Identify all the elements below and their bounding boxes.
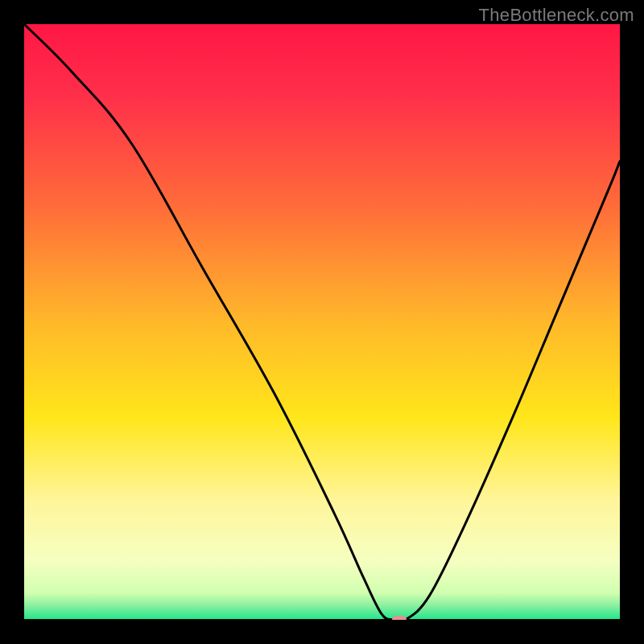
bottleneck-curve [24,24,620,620]
optimal-point-marker [392,616,407,620]
plot-area [24,24,620,620]
watermark-text: TheBottleneck.com [479,5,634,26]
